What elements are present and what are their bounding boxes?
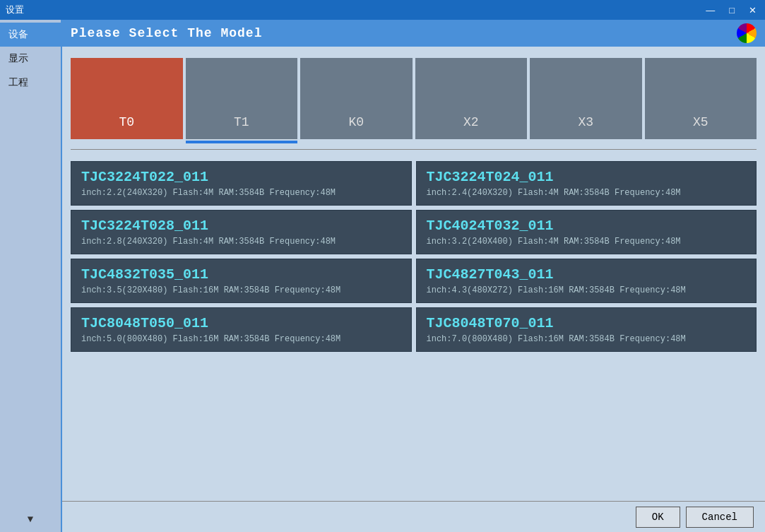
cancel-button[interactable]: Cancel: [686, 507, 754, 528]
model-spec-2: inch:2.8(240X320) Flash:4M RAM:3584B Fre…: [81, 237, 401, 247]
model-name-5: TJC4827T043_011: [427, 266, 747, 283]
main-layout: 设备 显示 工程 ▼ Please Select The Model T0 T1…: [0, 20, 765, 532]
model-name-1: TJC3224T024_011: [427, 169, 747, 185]
sidebar: 设备 显示 工程 ▼: [0, 20, 62, 532]
sidebar-item-display[interactable]: 显示: [0, 47, 61, 71]
tab-t1[interactable]: T1: [186, 58, 298, 139]
model-card-0[interactable]: TJC3224T022_011 inch:2.2(240X320) Flash:…: [71, 161, 412, 206]
model-card-6[interactable]: TJC8048T050_011 inch:5.0(800X480) Flash:…: [71, 307, 412, 352]
bottom-bar: OK Cancel: [62, 501, 765, 532]
model-card-1[interactable]: TJC3224T024_011 inch:2.4(240X320) Flash:…: [416, 161, 757, 206]
maximize-button[interactable]: □: [726, 5, 737, 16]
close-button[interactable]: ✕: [746, 5, 759, 16]
model-name-7: TJC8048T070_011: [427, 315, 747, 331]
tab-x2[interactable]: X2: [415, 58, 528, 139]
model-card-5[interactable]: TJC4827T043_011 inch:4.3(480X272) Flash:…: [416, 259, 757, 303]
divider: [71, 149, 757, 150]
window-title: 设置: [6, 4, 24, 16]
model-name-2: TJC3224T028_011: [81, 218, 401, 234]
tab-indicator-t0: [71, 141, 183, 143]
model-card-3[interactable]: TJC4024T032_011 inch:3.2(240X400) Flash:…: [416, 210, 757, 254]
tab-indicator-x2: [415, 141, 528, 143]
tab-indicator-t1: [186, 141, 298, 143]
window-controls: — □ ✕: [703, 5, 759, 16]
model-spec-4: inch:3.5(320X480) Flash:16M RAM:3584B Fr…: [81, 285, 401, 295]
model-spec-5: inch:4.3(480X272) Flash:16M RAM:3584B Fr…: [427, 285, 747, 295]
model-name-6: TJC8048T050_011: [81, 315, 401, 331]
model-spec-0: inch:2.2(240X320) Flash:4M RAM:3584B Fre…: [81, 188, 401, 198]
model-name-4: TJC4832T035_011: [81, 266, 401, 283]
model-spec-3: inch:3.2(240X400) Flash:4M RAM:3584B Fre…: [427, 237, 747, 247]
content-header: Please Select The Model: [62, 20, 765, 47]
minimize-button[interactable]: —: [703, 5, 718, 16]
sidebar-item-project[interactable]: 工程: [0, 71, 61, 95]
sidebar-arrow[interactable]: ▼: [28, 514, 33, 525]
tab-k0[interactable]: K0: [300, 58, 413, 139]
tab-t0[interactable]: T0: [71, 58, 183, 139]
model-tabs-area: T0 T1 K0 X2 X3 X5: [62, 47, 765, 143]
ok-button[interactable]: OK: [636, 507, 680, 528]
color-wheel-icon: [737, 23, 757, 43]
sidebar-item-device[interactable]: 设备: [0, 23, 61, 47]
model-card-4[interactable]: TJC4832T035_011 inch:3.5(320X480) Flash:…: [71, 259, 412, 303]
tab-indicator-k0: [300, 141, 413, 143]
model-card-2[interactable]: TJC3224T028_011 inch:2.8(240X320) Flash:…: [71, 210, 412, 254]
model-name-0: TJC3224T022_011: [81, 169, 401, 185]
content-area: Please Select The Model T0 T1 K0 X2 X3 X…: [62, 20, 765, 532]
tab-indicator: [71, 141, 757, 143]
model-card-7[interactable]: TJC8048T070_011 inch:7.0(800X480) Flash:…: [416, 307, 757, 352]
model-tabs: T0 T1 K0 X2 X3 X5: [71, 58, 757, 139]
model-grid: TJC3224T022_011 inch:2.2(240X320) Flash:…: [62, 161, 765, 352]
model-spec-6: inch:5.0(800X480) Flash:16M RAM:3584B Fr…: [81, 334, 401, 344]
tab-indicator-x5: [645, 141, 757, 143]
page-title: Please Select The Model: [71, 26, 262, 40]
title-bar: 设置 — □ ✕: [0, 0, 765, 20]
model-spec-7: inch:7.0(800X480) Flash:16M RAM:3584B Fr…: [427, 334, 747, 344]
model-spec-1: inch:2.4(240X320) Flash:4M RAM:3584B Fre…: [427, 188, 747, 198]
tab-x3[interactable]: X3: [530, 58, 642, 139]
model-name-3: TJC4024T032_011: [427, 218, 747, 234]
tab-indicator-x3: [530, 141, 642, 143]
tab-x5[interactable]: X5: [645, 58, 757, 139]
